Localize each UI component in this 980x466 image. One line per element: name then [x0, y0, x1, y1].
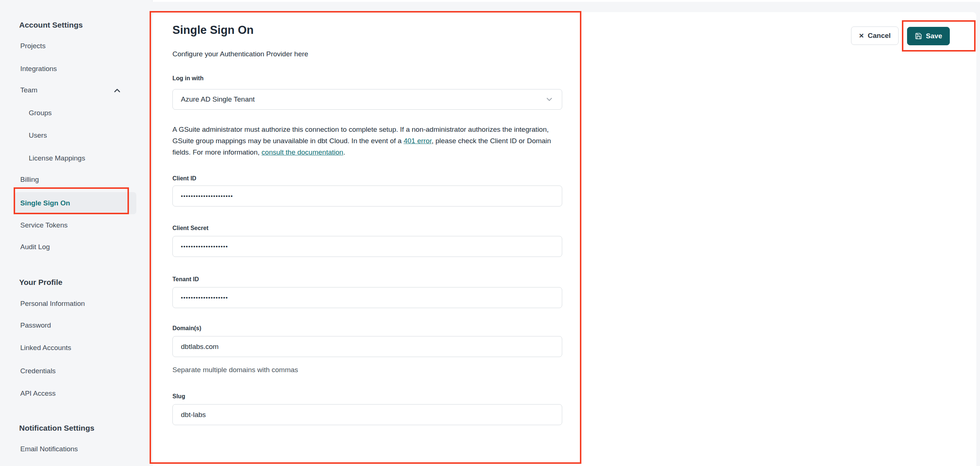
- sidebar-item-service-tokens[interactable]: Service Tokens: [20, 220, 68, 231]
- sidebar-item-users[interactable]: Users: [29, 130, 47, 141]
- sidebar-header-your-profile: Your Profile: [19, 277, 62, 288]
- login-with-label: Log in with: [172, 74, 204, 82]
- tenant-id-input[interactable]: [172, 287, 562, 308]
- close-icon: ✕: [859, 32, 864, 40]
- gsuite-notice-paragraph: A GSuite administrator must authorize th…: [172, 124, 571, 158]
- save-button-label: Save: [926, 32, 942, 40]
- sidebar-item-integrations[interactable]: Integrations: [20, 63, 57, 74]
- tenant-id-label: Tenant ID: [172, 275, 199, 284]
- chevron-up-icon[interactable]: [112, 86, 122, 95]
- chevron-down-icon: [545, 95, 554, 104]
- sidebar-item-billing[interactable]: Billing: [20, 174, 39, 185]
- link-consult-documentation[interactable]: consult the documentation: [262, 148, 344, 156]
- login-with-selected-value: Azure AD Single Tenant: [181, 95, 255, 103]
- cancel-button-label: Cancel: [868, 32, 891, 40]
- page-subtitle: Configure your Authentication Provider h…: [172, 50, 309, 58]
- sidebar-item-license-mappings[interactable]: License Mappings: [29, 153, 85, 164]
- settings-sidebar: Account Settings Projects Integrations T…: [0, 0, 153, 466]
- sidebar-item-linked-accounts[interactable]: Linked Accounts: [20, 342, 71, 353]
- domains-helper-text: Separate multiple domains with commas: [172, 366, 298, 374]
- sidebar-item-projects[interactable]: Projects: [20, 41, 46, 52]
- client-secret-label: Client Secret: [172, 224, 208, 232]
- sidebar-item-audit-log[interactable]: Audit Log: [20, 241, 50, 252]
- sidebar-item-team[interactable]: Team: [20, 85, 37, 96]
- domains-label: Domain(s): [172, 324, 201, 332]
- sidebar-item-personal-information[interactable]: Personal Information: [20, 298, 85, 309]
- slug-label: Slug: [172, 392, 185, 401]
- page: { "sidebar": { "sections": [ { "header":…: [0, 0, 980, 466]
- domains-input[interactable]: [172, 336, 562, 357]
- sidebar-item-api-access[interactable]: API Access: [20, 388, 56, 399]
- sidebar-item-credentials[interactable]: Credentials: [20, 366, 56, 377]
- login-with-select[interactable]: Azure AD Single Tenant: [172, 89, 562, 110]
- sidebar-item-single-sign-on[interactable]: Single Sign On: [20, 198, 70, 209]
- save-disk-icon: [915, 32, 922, 40]
- cancel-button[interactable]: ✕ Cancel: [851, 27, 899, 45]
- sidebar-item-password[interactable]: Password: [20, 320, 51, 331]
- client-id-input[interactable]: [172, 185, 562, 206]
- notice-text-3: .: [344, 148, 345, 156]
- save-button[interactable]: Save: [907, 27, 950, 45]
- sidebar-header-account-settings: Account Settings: [19, 19, 83, 30]
- client-id-label: Client ID: [172, 174, 196, 182]
- top-header-strip: [152, 0, 980, 2]
- sidebar-item-groups[interactable]: Groups: [29, 108, 52, 119]
- link-401-error[interactable]: 401 error: [403, 137, 431, 145]
- sidebar-item-email-notifications[interactable]: Email Notifications: [20, 444, 78, 455]
- client-secret-input[interactable]: [172, 236, 562, 257]
- page-title: Single Sign On: [172, 24, 253, 37]
- slug-input[interactable]: [172, 404, 562, 425]
- sidebar-header-notification-settings: Notification Settings: [19, 423, 94, 434]
